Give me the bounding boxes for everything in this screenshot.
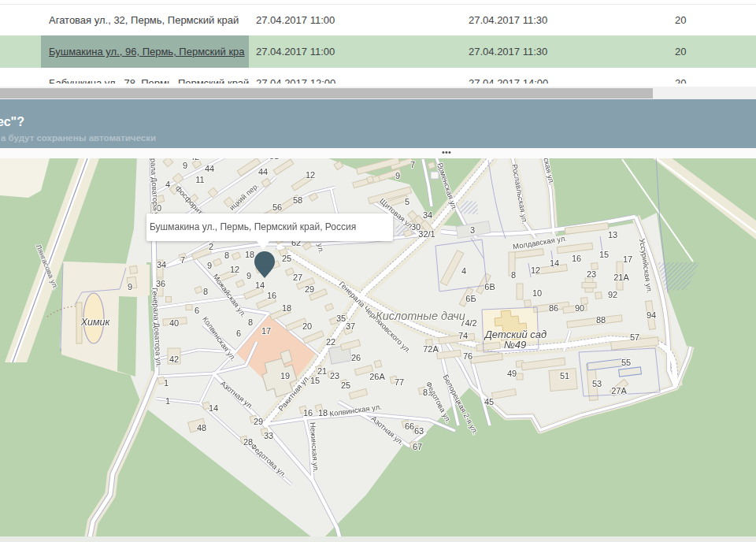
svg-text:13: 13 xyxy=(608,230,617,239)
svg-text:2: 2 xyxy=(209,242,213,251)
svg-text:8: 8 xyxy=(248,317,253,327)
svg-text:12: 12 xyxy=(306,170,315,180)
svg-text:25: 25 xyxy=(282,254,291,263)
svg-text:17: 17 xyxy=(623,254,632,264)
svg-text:8: 8 xyxy=(203,287,208,296)
svg-text:42: 42 xyxy=(169,355,179,364)
svg-text:63: 63 xyxy=(414,426,424,436)
svg-text:18: 18 xyxy=(318,408,328,418)
svg-text:14: 14 xyxy=(550,258,559,268)
svg-text:76: 76 xyxy=(463,351,472,361)
svg-text:27: 27 xyxy=(293,273,302,282)
svg-text:20: 20 xyxy=(302,321,312,331)
svg-text:33: 33 xyxy=(264,431,273,440)
svg-text:45: 45 xyxy=(484,397,494,406)
svg-text:4: 4 xyxy=(165,180,170,189)
svg-text:90: 90 xyxy=(575,303,584,313)
svg-text:51: 51 xyxy=(560,371,569,381)
svg-text:25: 25 xyxy=(341,381,350,390)
svg-text:6: 6 xyxy=(236,329,241,338)
svg-text:10: 10 xyxy=(532,288,542,298)
svg-text:8: 8 xyxy=(511,270,516,280)
svg-text:Химик: Химик xyxy=(80,317,111,328)
svg-text:9: 9 xyxy=(183,161,187,170)
svg-text:16: 16 xyxy=(267,291,276,300)
svg-text:15: 15 xyxy=(310,376,320,385)
svg-text:7: 7 xyxy=(410,160,415,169)
svg-text:27А: 27А xyxy=(611,386,627,395)
svg-text:94: 94 xyxy=(647,310,656,320)
svg-text:18: 18 xyxy=(282,303,291,313)
svg-text:88: 88 xyxy=(596,315,606,325)
svg-text:14: 14 xyxy=(209,403,218,413)
svg-text:40: 40 xyxy=(169,318,179,328)
svg-text:66: 66 xyxy=(405,421,414,431)
svg-text:55: 55 xyxy=(621,358,631,367)
svg-text:22: 22 xyxy=(326,337,335,347)
svg-text:8: 8 xyxy=(224,251,229,260)
svg-text:72А: 72А xyxy=(423,344,439,354)
svg-text:№49: №49 xyxy=(504,339,527,351)
svg-text:16: 16 xyxy=(572,254,581,263)
svg-text:32/1: 32/1 xyxy=(418,229,435,239)
svg-text:23: 23 xyxy=(587,269,596,279)
svg-text:44: 44 xyxy=(258,167,268,176)
svg-text:26А: 26А xyxy=(369,372,385,381)
svg-text:53: 53 xyxy=(592,379,602,388)
svg-text:6: 6 xyxy=(195,306,199,315)
svg-text:16: 16 xyxy=(303,408,313,418)
svg-text:26: 26 xyxy=(351,353,361,362)
svg-text:58: 58 xyxy=(293,195,302,205)
svg-text:34: 34 xyxy=(157,260,166,269)
svg-text:3: 3 xyxy=(470,225,475,235)
svg-text:21А: 21А xyxy=(613,273,629,282)
svg-text:9: 9 xyxy=(395,171,400,180)
svg-text:44: 44 xyxy=(205,164,214,173)
svg-text:1: 1 xyxy=(164,378,169,388)
svg-text:17: 17 xyxy=(261,326,271,336)
svg-text:74: 74 xyxy=(458,331,468,340)
svg-text:57: 57 xyxy=(630,332,639,342)
svg-text:86: 86 xyxy=(549,303,558,313)
svg-text:29: 29 xyxy=(254,417,263,426)
svg-text:77: 77 xyxy=(395,377,404,387)
svg-text:11: 11 xyxy=(195,175,204,184)
svg-text:34: 34 xyxy=(423,210,432,220)
svg-text:ул.: ул. xyxy=(316,243,326,254)
svg-text:29: 29 xyxy=(305,284,314,294)
svg-text:12: 12 xyxy=(230,265,239,274)
svg-text:9: 9 xyxy=(128,282,132,291)
svg-text:5: 5 xyxy=(405,197,410,206)
svg-text:48: 48 xyxy=(197,423,206,432)
svg-text:Кислотные дачи: Кислотные дачи xyxy=(376,310,465,322)
svg-text:9: 9 xyxy=(207,261,212,270)
svg-text:21: 21 xyxy=(317,366,327,376)
svg-text:56: 56 xyxy=(272,202,282,212)
svg-text:19: 19 xyxy=(280,371,290,381)
svg-text:67: 67 xyxy=(413,442,422,451)
svg-text:4: 4 xyxy=(461,266,466,276)
svg-text:12: 12 xyxy=(531,265,540,275)
svg-text:1: 1 xyxy=(165,396,170,406)
svg-text:6Б: 6Б xyxy=(465,294,476,303)
svg-text:7: 7 xyxy=(180,255,185,265)
svg-text:49: 49 xyxy=(507,369,517,378)
svg-text:92: 92 xyxy=(608,290,617,299)
svg-text:37: 37 xyxy=(346,321,355,331)
svg-text:23: 23 xyxy=(330,371,339,381)
svg-text:6В: 6В xyxy=(484,282,495,291)
svg-text:35: 35 xyxy=(336,314,346,323)
svg-text:15: 15 xyxy=(599,250,609,259)
